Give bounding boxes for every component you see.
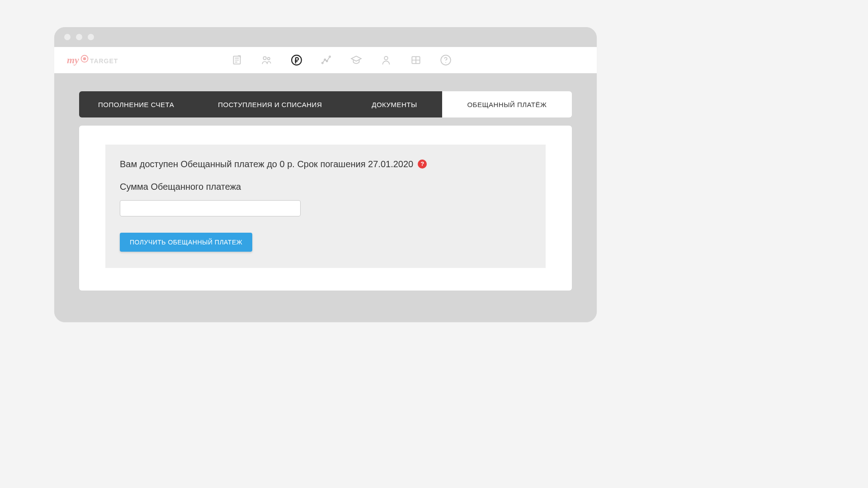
education-icon[interactable] [350, 54, 362, 66]
app-header: my TARGET [54, 47, 597, 73]
campaigns-icon[interactable] [231, 54, 243, 66]
tab-documents[interactable]: ДОКУМЕНТЫ [347, 91, 442, 117]
get-promised-payment-button[interactable]: ПОЛУЧИТЬ ОБЕЩАННЫЙ ПЛАТЕЖ [120, 233, 252, 252]
profile-icon[interactable] [380, 54, 392, 66]
svg-point-6 [322, 62, 323, 64]
tab-topup[interactable]: ПОПОЛНЕНИЕ СЧЕТА [79, 91, 193, 117]
logo-script: my [67, 54, 79, 66]
top-nav [231, 54, 452, 66]
svg-point-10 [385, 56, 388, 60]
stats-icon[interactable] [321, 54, 332, 66]
amount-label: Сумма Обещанного платежа [120, 182, 531, 192]
promised-help-icon[interactable]: ? [418, 160, 427, 169]
traffic-close-icon[interactable] [64, 34, 71, 40]
brand-logo[interactable]: my TARGET [67, 54, 118, 66]
traffic-maximize-icon[interactable] [88, 34, 94, 40]
app-body: ПОПОЛНЕНИЕ СЧЕТА ПОСТУПЛЕНИЯ И СПИСАНИЯ … [54, 73, 597, 322]
amount-input[interactable] [120, 200, 301, 216]
tab-promised-payment[interactable]: ОБЕЩАННЫЙ ПЛАТЁЖ [442, 91, 572, 117]
tab-transactions[interactable]: ПОСТУПЛЕНИЯ И СПИСАНИЯ [193, 91, 347, 117]
promised-payment-block: Вам доступен Обещанный платеж до 0 р. Ср… [105, 145, 546, 268]
billing-tabs: ПОПОЛНЕНИЕ СЧЕТА ПОСТУПЛЕНИЯ И СПИСАНИЯ … [79, 91, 572, 117]
audiences-icon[interactable] [261, 54, 273, 66]
promised-info-line: Вам доступен Обещанный платеж до 0 р. Ср… [120, 158, 531, 170]
logo-tail: TARGET [90, 57, 118, 65]
promised-info-text: Вам доступен Обещанный платеж до 0 р. Ср… [120, 158, 413, 170]
browser-window: my TARGET [54, 27, 597, 322]
svg-point-3 [264, 56, 267, 60]
logo-target-icon [80, 54, 89, 66]
svg-point-1 [83, 57, 86, 61]
svg-point-4 [268, 57, 270, 60]
apps-icon[interactable] [410, 54, 422, 66]
content-card: Вам доступен Обещанный платеж до 0 р. Ср… [79, 126, 572, 291]
browser-titlebar [54, 27, 597, 47]
svg-point-13 [446, 62, 447, 63]
help-icon[interactable] [440, 54, 452, 66]
billing-icon[interactable] [291, 54, 302, 66]
traffic-minimize-icon[interactable] [76, 34, 82, 40]
